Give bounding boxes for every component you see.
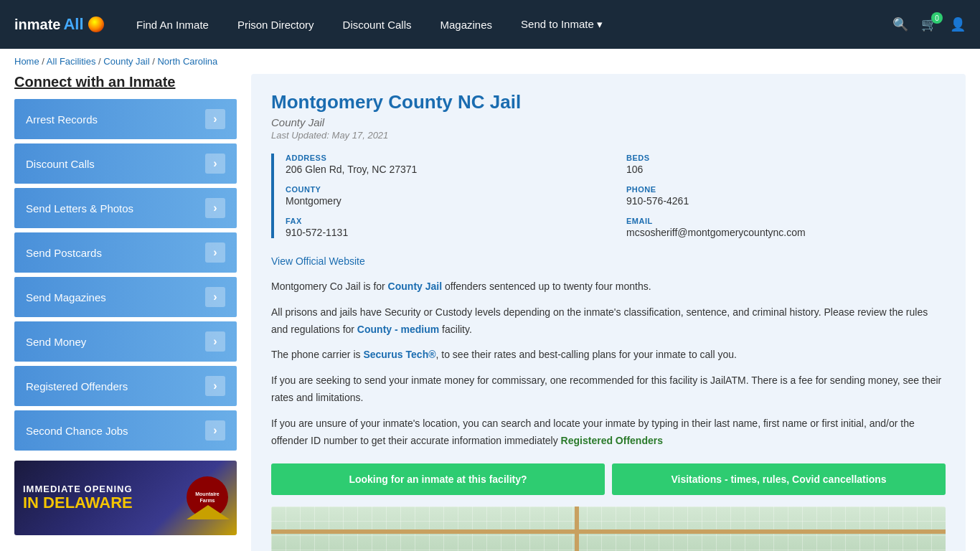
fax-value: 910-572-1131 [286, 227, 605, 238]
action-buttons: Looking for an inmate at this facility? … [271, 463, 946, 495]
facility-type: County Jail [271, 116, 946, 128]
beds-label: BEDS [626, 154, 946, 162]
email-block: EMAIL mcsosheriff@montgomerycountync.com [626, 217, 946, 238]
logo-text: inmate [14, 17, 60, 33]
arrow-icon: › [205, 154, 225, 174]
main-layout: Connect with an Inmate Arrest Records › … [0, 74, 980, 551]
cart-badge: 0 [931, 12, 943, 24]
breadcrumb: Home / All Facilities / County Jail / No… [0, 49, 980, 74]
address-label: ADDRESS [286, 154, 605, 162]
arrow-icon: › [205, 287, 225, 307]
nav-magazines[interactable]: Magazines [440, 19, 492, 31]
ad-logo-line1: Mountaire [195, 491, 219, 497]
securus-link[interactable]: Securus Tech® [363, 349, 435, 360]
sidebar-item-arrest-records[interactable]: Arrest Records › [14, 99, 237, 139]
header-actions: 🔍 🛒 0 👤 [892, 17, 966, 32]
breadcrumb-home[interactable]: Home [14, 56, 39, 67]
phone-value: 910-576-4261 [626, 195, 946, 207]
desc-para-2: All prisons and jails have Security or C… [271, 304, 946, 339]
registered-offenders-link[interactable]: Registered Offenders [561, 435, 663, 446]
search-icon[interactable]: 🔍 [892, 17, 908, 32]
address-value: 206 Glen Rd, Troy, NC 27371 [286, 164, 605, 175]
user-icon[interactable]: 👤 [950, 17, 966, 32]
county-value: Montgomery [286, 195, 605, 207]
county-block: COUNTY Montgomery [286, 185, 605, 207]
email-label: EMAIL [626, 217, 946, 225]
county-jail-link[interactable]: County Jail [388, 281, 442, 292]
desc-para-3: The phone carrier is Securus Tech®, to s… [271, 347, 946, 364]
nav-find-inmate[interactable]: Find An Inmate [136, 19, 209, 31]
facility-info-grid: ADDRESS 206 Glen Rd, Troy, NC 27371 BEDS… [271, 154, 946, 238]
content-area: Montgomery County NC Jail County Jail La… [251, 74, 966, 551]
facility-updated: Last Updated: May 17, 2021 [271, 130, 946, 141]
fax-block: FAX 910-572-1131 [286, 217, 605, 238]
logo-icon [88, 17, 104, 32]
main-nav: Find An Inmate Prison Directory Discount… [136, 18, 871, 31]
map-road-vertical [575, 507, 579, 551]
breadcrumb-state[interactable]: North Carolina [157, 56, 217, 67]
sidebar-title: Connect with an Inmate [14, 74, 237, 90]
arrow-icon: › [205, 242, 225, 263]
sidebar-item-send-postcards[interactable]: Send Postcards › [14, 232, 237, 273]
ad-banner[interactable]: IMMEDIATE OPENING IN DELAWARE Mountaire … [14, 461, 237, 535]
ad-logo-line2: Farms [195, 497, 219, 504]
find-inmate-button[interactable]: Looking for an inmate at this facility? [271, 463, 605, 495]
sidebar-item-registered-offenders[interactable]: Registered Offenders › [14, 366, 237, 406]
nav-discount-calls[interactable]: Discount Calls [343, 19, 412, 31]
arrow-icon: › [205, 198, 225, 218]
desc-para-5: If you are unsure of your inmate's locat… [271, 415, 946, 450]
header: inmate All Find An Inmate Prison Directo… [0, 0, 980, 49]
desc-para-1: Montgomery Co Jail is for County Jail of… [271, 278, 946, 296]
map-grid [271, 507, 946, 551]
arrow-icon: › [205, 331, 225, 352]
facility-description: Montgomery Co Jail is for County Jail of… [271, 278, 946, 449]
facility-name: Montgomery County NC Jail [271, 91, 946, 113]
arrow-icon: › [205, 376, 225, 396]
cart-icon[interactable]: 🛒 0 [921, 17, 937, 32]
phone-block: PHONE 910-576-4261 [626, 185, 946, 207]
email-value: mcsosheriff@montgomerycountync.com [626, 227, 946, 238]
nav-prison-directory[interactable]: Prison Directory [237, 19, 314, 31]
address-block: ADDRESS 206 Glen Rd, Troy, NC 27371 [286, 154, 605, 175]
fax-label: FAX [286, 217, 605, 225]
sidebar-item-discount-calls[interactable]: Discount Calls › [14, 143, 237, 184]
beds-block: BEDS 106 [626, 154, 946, 175]
sidebar-item-send-magazines[interactable]: Send Magazines › [14, 277, 237, 317]
logo-all: All [63, 15, 83, 34]
county-medium-link[interactable]: County - medium [357, 324, 439, 335]
beds-value: 106 [626, 164, 946, 175]
phone-label: PHONE [626, 185, 946, 194]
breadcrumb-county-jail[interactable]: County Jail [103, 56, 149, 67]
visitation-button[interactable]: Visitations - times, rules, Covid cancel… [612, 463, 946, 495]
logo[interactable]: inmate All [14, 15, 115, 34]
desc-para-4: If you are seeking to send your inmate m… [271, 372, 946, 407]
breadcrumb-all-facilities[interactable]: All Facilities [47, 56, 96, 67]
arrow-icon: › [205, 420, 225, 441]
sidebar-item-send-letters[interactable]: Send Letters & Photos › [14, 188, 237, 228]
county-label: COUNTY [286, 185, 605, 194]
view-official-website-link[interactable]: View Official Website [271, 255, 365, 267]
map-preview [271, 507, 946, 551]
nav-send-to-inmate[interactable]: Send to Inmate ▾ [521, 18, 603, 31]
sidebar-item-send-money[interactable]: Send Money › [14, 321, 237, 362]
map-road-horizontal [271, 529, 946, 534]
sidebar: Connect with an Inmate Arrest Records › … [14, 74, 237, 551]
sidebar-item-second-chance-jobs[interactable]: Second Chance Jobs › [14, 410, 237, 451]
arrow-icon: › [205, 109, 225, 129]
